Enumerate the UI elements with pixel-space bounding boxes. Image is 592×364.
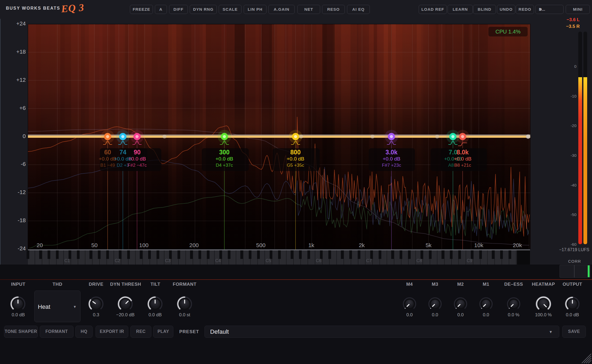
- svg-text:C8: C8: [416, 258, 422, 263]
- svg-text:C9: C9: [467, 258, 472, 263]
- svg-text:C1: C1: [64, 258, 70, 263]
- svg-text:C5: C5: [266, 258, 271, 263]
- svg-text:C4: C4: [215, 258, 221, 263]
- svg-text:C2: C2: [115, 258, 120, 263]
- svg-text:C7: C7: [366, 258, 372, 263]
- svg-text:C6: C6: [316, 258, 321, 263]
- svg-text:C3: C3: [165, 258, 171, 263]
